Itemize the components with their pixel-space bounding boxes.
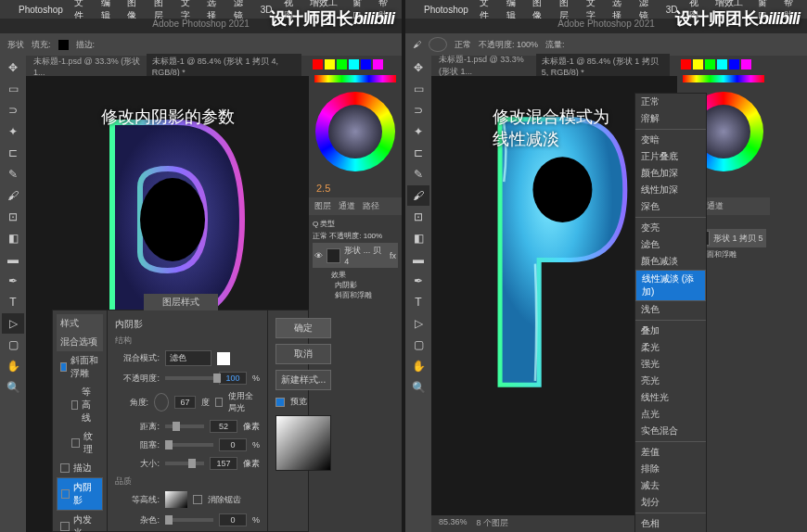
- eraser-tool[interactable]: ◧: [2, 228, 24, 248]
- doc-tab-2[interactable]: 未标题-1 @ 85.4% (形状 1 拷贝 4, RGB/8) *: [147, 54, 301, 79]
- blend-linear-dodge[interactable]: 线性减淡 (添加): [635, 270, 706, 301]
- blend-mode-select[interactable]: 滤色: [165, 350, 211, 366]
- opacity-slider[interactable]: [165, 376, 213, 380]
- hand-tool[interactable]: ✋: [2, 356, 24, 376]
- layer-style-dialog: 图层样式 样式 混合选项 斜面和浮雕 等高线 纹理 描边 内阴影 内发光 光泽 …: [52, 310, 309, 532]
- blend-mode-dropdown: 正常 溶解 变暗 正片叠底 颜色加深 线性加深 深色 变亮 滤色 颜色减淡 线性…: [634, 93, 707, 532]
- stamp-tool[interactable]: ⊡: [2, 207, 24, 227]
- watermark: 设计师团长bilibili: [270, 7, 394, 30]
- noise-label: 杂色:: [115, 514, 160, 526]
- contour-picker[interactable]: [165, 491, 187, 508]
- blend-normal[interactable]: 正常: [635, 94, 706, 110]
- contour-label: 等高线:: [115, 494, 160, 506]
- section-title: 内阴影: [115, 318, 260, 331]
- shadow-color[interactable]: [217, 352, 230, 365]
- cancel-button[interactable]: 取消: [275, 344, 331, 364]
- opt-stroke: 描边:: [76, 39, 96, 51]
- fx-contour[interactable]: 等高线: [57, 383, 103, 427]
- brush-preview[interactable]: [429, 37, 447, 52]
- options-bar: 🖌 正常 不透明度: 100% 流量:: [405, 33, 807, 56]
- color-wheel[interactable]: [315, 92, 395, 171]
- marquee-tool[interactable]: ▭: [2, 79, 24, 99]
- layers-panel-header: 图层通道路径: [309, 197, 402, 215]
- opt-shape[interactable]: 形状: [7, 39, 24, 51]
- angle-value[interactable]: 67: [174, 396, 197, 409]
- canvas-area: 未标题-1.psd @ 33.3% (形状 1... 未标题-1 @ 85.4%…: [26, 56, 309, 532]
- blend-mode-label: 混合模式:: [115, 352, 160, 364]
- toolbar: ✥ ▭ ⊃ ✦ ⊏ ✎ 🖌 ⊡ ◧ ▬ ✒ T ▷ ▢ ✋ 🔍: [0, 56, 26, 532]
- svg-point-0: [140, 178, 205, 261]
- lasso-tool[interactable]: ⊃: [2, 100, 24, 120]
- styles-header[interactable]: 样式: [57, 314, 103, 333]
- size-value[interactable]: 157: [210, 457, 237, 470]
- choke-slider[interactable]: [165, 443, 213, 447]
- layer-effects[interactable]: 效果: [313, 270, 398, 280]
- gradient-tool[interactable]: ▬: [2, 249, 24, 270]
- opacity-value[interactable]: 100: [219, 372, 247, 385]
- antialias[interactable]: 消除锯齿: [208, 494, 241, 506]
- eyedropper-tool[interactable]: ✎: [2, 164, 24, 184]
- dialog-settings: 内阴影 结构 混合模式:滤色 不透明度:100% 角度:67度使用全局光 距离:…: [108, 310, 267, 531]
- visibility-icon[interactable]: 👁: [314, 251, 323, 260]
- global-light[interactable]: 使用全局光: [228, 390, 260, 414]
- dialog-title: 图层样式: [144, 294, 218, 310]
- distance-label: 距离:: [115, 421, 160, 433]
- doc-info: 8 个图层: [477, 517, 509, 530]
- fx-stroke[interactable]: 描边: [57, 459, 103, 477]
- angle-dial[interactable]: [154, 393, 169, 412]
- layer-item[interactable]: 👁形状 ... 贝 4fx: [313, 243, 398, 268]
- screen-right: Photoshop文件编辑图像图层文字选择滤镜3D视图增效工具窗口帮助 Adob…: [405, 0, 807, 532]
- document-tabs: 未标题-1.psd @ 33.3% (形状 1... 未标题-1 @ 85.4%…: [431, 56, 677, 76]
- preview-checkbox[interactable]: [275, 398, 285, 407]
- choke-value[interactable]: 0: [219, 438, 247, 451]
- menu-photoshop[interactable]: Photoshop: [19, 5, 63, 15]
- fx-texture[interactable]: 纹理: [57, 427, 103, 459]
- screen-left: Photoshop 文件 编辑 图像 图层 文字 选择 滤镜 3D 视图 增效工…: [0, 0, 402, 532]
- doc-tab-1[interactable]: 未标题-1.psd @ 33.3% (形状 1...: [33, 56, 141, 77]
- brush-tool[interactable]: 🖌: [2, 185, 24, 206]
- hue-strip[interactable]: [314, 75, 396, 82]
- size-label: 大小:: [115, 458, 160, 470]
- ok-button[interactable]: 确定: [275, 318, 331, 338]
- pen-tool[interactable]: ✒: [2, 271, 24, 291]
- shape-tool[interactable]: ▢: [2, 335, 24, 355]
- fx-bevel[interactable]: 斜面和浮雕: [57, 351, 103, 383]
- zoom-tool[interactable]: 🔍: [2, 377, 24, 398]
- new-style-button[interactable]: 新建样式...: [275, 370, 331, 390]
- size-slider[interactable]: [165, 462, 204, 465]
- quality-label: 品质: [115, 475, 260, 488]
- structure-label: 结构: [115, 335, 260, 347]
- watermark: 设计师团长bilibili: [675, 7, 800, 30]
- brush-tool[interactable]: 🖌: [407, 185, 429, 206]
- blend-dissolve[interactable]: 溶解: [635, 110, 706, 127]
- text-tool[interactable]: T: [2, 292, 24, 312]
- swatches: [309, 56, 402, 73]
- layer-effect-bevel[interactable]: 斜面和浮雕: [313, 290, 398, 300]
- move-tool[interactable]: ✥: [2, 57, 24, 78]
- path-tool[interactable]: ▷: [2, 313, 24, 334]
- noise-slider[interactable]: [165, 518, 213, 522]
- fx-inner-glow[interactable]: 内发光: [57, 511, 103, 532]
- crop-tool[interactable]: ⊏: [2, 143, 24, 163]
- noise-value[interactable]: 0: [219, 513, 247, 526]
- opacity-label: 不透明度:: [115, 373, 160, 385]
- caption-text: 修改内阴影的参数: [101, 106, 235, 128]
- layer-effect-inner-shadow[interactable]: 内阴影: [313, 280, 398, 290]
- opt-fill: 填充:: [32, 39, 51, 51]
- blend-options[interactable]: 混合选项: [57, 333, 103, 351]
- zoom-level[interactable]: 85.36%: [439, 517, 468, 530]
- blend-select[interactable]: 正常: [455, 39, 471, 51]
- distance-slider[interactable]: [165, 424, 204, 428]
- fill-swatch[interactable]: [58, 40, 69, 50]
- document-tabs: 未标题-1.psd @ 33.3% (形状 1... 未标题-1 @ 85.4%…: [26, 56, 309, 76]
- swatch[interactable]: [313, 59, 323, 70]
- distance-value[interactable]: 52: [210, 420, 237, 433]
- dialog-effects-list: 样式 混合选项 斜面和浮雕 等高线 纹理 描边 内阴影 内发光 光泽 颜色叠加 …: [53, 310, 108, 531]
- hue-strip[interactable]: [683, 75, 764, 82]
- choke-label: 阻塞:: [115, 439, 160, 451]
- fx-inner-shadow[interactable]: 内阴影: [57, 477, 103, 511]
- collapsed-panels[interactable]: [770, 56, 807, 532]
- caption-text: 修改混合模式为线性减淡: [493, 106, 616, 150]
- preview-thumbnail: [275, 415, 331, 471]
- wand-tool[interactable]: ✦: [2, 121, 24, 142]
